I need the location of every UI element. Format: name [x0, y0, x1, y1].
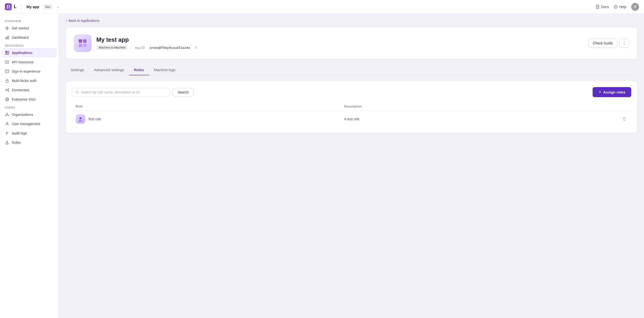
assign-roles-button[interactable]: + Assign roles [593, 87, 631, 97]
logto-brand: L [14, 4, 16, 9]
sidebar-item-connectors[interactable]: Connectors [0, 85, 59, 95]
svg-rect-13 [6, 51, 7, 52]
search-input[interactable] [81, 90, 166, 94]
app-meta: Machine-to-Machine | App ID areeq8fhmy9s… [96, 45, 583, 50]
resources-section-label: RESOURCES [0, 42, 59, 48]
sidebar: OVERVIEW Get started Dashboard RESOURCES… [0, 14, 59, 318]
sidebar-item-mfa[interactable]: Multi-factor auth [0, 76, 59, 85]
role-action-cell [612, 116, 627, 122]
lock-icon [5, 79, 9, 83]
help-icon: ? [614, 5, 618, 9]
svg-rect-10 [6, 37, 6, 39]
search-icon [76, 90, 79, 94]
tab-advanced-settings[interactable]: Advanced settings [89, 65, 129, 75]
roles-panel: Search + Assign roles Role Description [66, 81, 637, 133]
tabs: Settings Advanced settings Roles Machine… [66, 65, 637, 75]
sidebar-item-applications[interactable]: Applications [2, 48, 57, 57]
tab-settings[interactable]: Settings [66, 65, 89, 75]
svg-point-26 [8, 91, 9, 92]
app-info: My test app Machine-to-Machine | App ID … [96, 36, 583, 50]
table-row: Test role A test role [72, 111, 631, 127]
svg-line-36 [6, 115, 7, 115]
sidebar-item-roles[interactable]: Roles [0, 138, 59, 147]
svg-rect-47 [79, 44, 82, 47]
topbar-right: Docs ? Help S [596, 3, 639, 11]
search-button[interactable]: Search [172, 88, 194, 96]
app-id-label: App ID [135, 46, 145, 50]
copy-id-icon[interactable]: ⎘ [195, 46, 197, 50]
svg-point-33 [6, 115, 6, 116]
sidebar-item-organizations[interactable]: Organizations [0, 110, 59, 119]
back-chevron-icon: ‹ [66, 19, 67, 22]
connectors-icon [5, 88, 9, 92]
env-badge[interactable]: Dev [43, 5, 52, 9]
help-link[interactable]: ? Help [614, 5, 626, 9]
check-guide-button[interactable]: Check Guide [588, 39, 618, 48]
svg-line-50 [78, 93, 79, 94]
role-name[interactable]: Test role [88, 117, 101, 121]
topbar: L My app Dev ⌄ Docs ? Help S [0, 0, 644, 14]
sidebar-item-enterprise-sso[interactable]: Enterprise SSO [0, 95, 59, 104]
trash-icon [622, 117, 626, 121]
user-avatar[interactable]: S [631, 3, 639, 11]
svg-rect-1 [8, 5, 10, 7]
svg-rect-12 [8, 36, 9, 39]
search-row: Search + Assign roles [72, 87, 631, 97]
chart-icon [5, 35, 9, 40]
svg-text:?: ? [615, 6, 616, 8]
svg-point-32 [7, 113, 8, 114]
svg-point-25 [8, 89, 9, 90]
plus-icon: + [598, 90, 601, 95]
sidebar-item-audit-logs[interactable]: Audit logs [0, 129, 59, 138]
more-options-button[interactable]: ⋮ [620, 39, 629, 48]
role-cell: Test role [76, 114, 344, 124]
users-section-label: USERS [0, 104, 59, 110]
svg-point-24 [6, 90, 6, 91]
svg-point-34 [8, 115, 9, 116]
col-role: Role [76, 105, 344, 108]
app-id-value: areeq8fhmy9szud31az4v [148, 45, 192, 50]
sso-icon [5, 97, 9, 102]
signin-icon [5, 69, 9, 74]
overview-section-label: OVERVIEW [0, 18, 59, 23]
delete-role-button[interactable] [621, 116, 627, 122]
search-input-wrap[interactable] [72, 88, 170, 96]
sidebar-item-user-management[interactable]: User management [0, 119, 59, 129]
sidebar-item-dashboard[interactable]: Dashboard [0, 33, 59, 42]
tab-machine-logs[interactable]: Machine logs [149, 65, 180, 75]
app-card-actions: Check Guide ⋮ [588, 39, 629, 48]
tab-roles[interactable]: Roles [129, 65, 149, 75]
svg-rect-48 [83, 44, 86, 47]
org-icon [5, 112, 9, 117]
sidebar-item-get-started[interactable]: Get started [0, 23, 59, 33]
app-card: My test app Machine-to-Machine | App ID … [66, 27, 637, 59]
svg-rect-11 [7, 37, 8, 39]
svg-line-27 [6, 89, 8, 90]
svg-point-38 [6, 123, 8, 124]
svg-point-43 [7, 141, 8, 143]
svg-rect-21 [6, 70, 9, 73]
app-icon [74, 34, 92, 52]
current-app-name: My app [26, 5, 39, 9]
svg-rect-46 [83, 39, 86, 43]
app-type-tag: Machine-to-Machine [96, 45, 128, 50]
logo-area: L [5, 3, 16, 10]
docs-icon [596, 5, 600, 9]
svg-rect-44 [6, 143, 8, 144]
app-dropdown-icon[interactable]: ⌄ [56, 5, 59, 8]
sidebar-item-api-resources[interactable]: API resources [0, 57, 59, 67]
docs-link[interactable]: Docs [596, 5, 609, 9]
main-content: ‹ Back to Applications My test app Machi… [59, 14, 644, 318]
back-to-applications-link[interactable]: ‹ Back to Applications [66, 19, 637, 22]
svg-rect-14 [7, 51, 9, 52]
table-header: Role Description [72, 102, 631, 111]
svg-rect-45 [79, 39, 82, 43]
svg-rect-17 [6, 61, 9, 63]
svg-point-51 [80, 117, 81, 119]
api-icon [5, 60, 9, 64]
svg-rect-23 [6, 80, 8, 82]
topbar-divider [22, 4, 22, 10]
sidebar-item-sign-in-experience[interactable]: Sign-in experience [0, 67, 59, 76]
applications-icon [5, 51, 9, 55]
svg-rect-0 [7, 5, 8, 7]
